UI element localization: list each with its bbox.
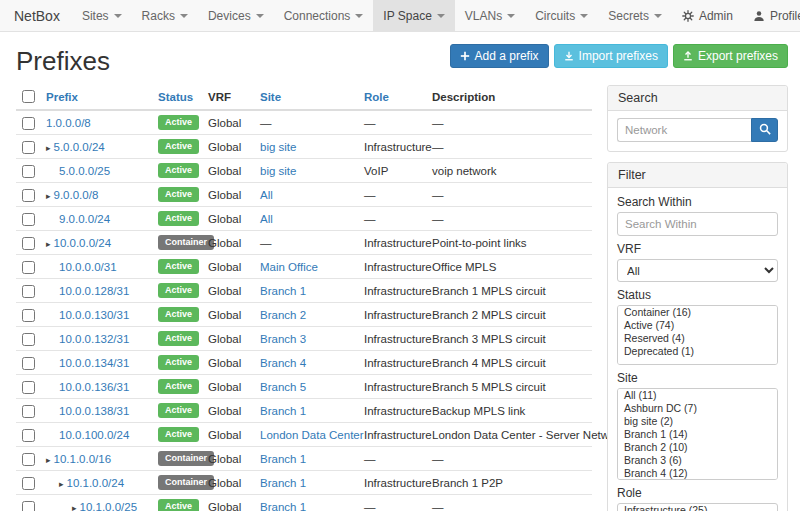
- nav-item-circuits[interactable]: Circuits: [525, 0, 598, 31]
- table-row: ▸10.1.0.0/16ContainerGlobalBranch 1——: [16, 447, 592, 471]
- site-link[interactable]: Branch 1: [260, 477, 306, 489]
- site-listbox[interactable]: All (11)Ashburn DC (7)big site (2)Branch…: [617, 388, 778, 480]
- listbox-option[interactable]: Branch 3 (6): [618, 454, 777, 467]
- table-wrap: Prefix Status VRF Site Role Description …: [16, 85, 592, 511]
- site-link[interactable]: All: [260, 189, 273, 201]
- row-checkbox[interactable]: [22, 237, 35, 250]
- brand-logo[interactable]: NetBox: [8, 0, 72, 31]
- row-checkbox[interactable]: [22, 165, 35, 178]
- row-checkbox[interactable]: [22, 333, 35, 346]
- row-checkbox[interactable]: [22, 213, 35, 226]
- import-prefixes-button[interactable]: Import prefixes: [554, 44, 668, 68]
- listbox-option[interactable]: Ashburn DC (7): [618, 402, 777, 415]
- site-link[interactable]: big site: [260, 141, 296, 153]
- search-button[interactable]: [751, 118, 778, 142]
- nav-item-admin[interactable]: Admin: [672, 0, 743, 31]
- prefix-link[interactable]: 10.0.100.0/24: [59, 429, 129, 441]
- column-header-role[interactable]: Role: [358, 85, 426, 110]
- vrf-select[interactable]: All: [617, 259, 778, 282]
- navbar: NetBox SitesRacksDevicesConnectionsIP Sp…: [0, 0, 800, 32]
- prefix-link[interactable]: 10.1.0.0/16: [54, 453, 112, 465]
- nav-item-ip-space[interactable]: IP Space: [373, 0, 454, 31]
- listbox-option[interactable]: Infrastructure (25): [618, 504, 777, 511]
- listbox-option[interactable]: Branch 1 (14): [618, 428, 777, 441]
- prefix-link[interactable]: 10.0.0.136/31: [59, 381, 129, 393]
- prefix-link[interactable]: 10.0.0.128/31: [59, 285, 129, 297]
- prefix-link[interactable]: 1.0.0.0/8: [46, 117, 91, 129]
- row-checkbox[interactable]: [22, 453, 35, 466]
- listbox-option[interactable]: Reserved (4): [618, 332, 777, 345]
- site-link[interactable]: Branch 5: [260, 381, 306, 393]
- site-link[interactable]: All: [260, 213, 273, 225]
- nav-item-sites[interactable]: Sites: [72, 0, 132, 31]
- status-label: Status: [617, 288, 778, 302]
- site-link[interactable]: Branch 1: [260, 453, 306, 465]
- add-prefix-button[interactable]: Add a prefix: [450, 44, 549, 68]
- row-checkbox[interactable]: [22, 477, 35, 490]
- listbox-option[interactable]: Deprecated (1): [618, 345, 777, 358]
- prefix-link[interactable]: 9.0.0.0/24: [59, 213, 110, 225]
- select-all-checkbox[interactable]: [22, 90, 35, 103]
- row-checkbox[interactable]: [22, 381, 35, 394]
- prefix-link[interactable]: 9.0.0.0/8: [54, 189, 99, 201]
- nav-item-vlans[interactable]: VLANs: [455, 0, 525, 31]
- nav-item-devices[interactable]: Devices: [198, 0, 274, 31]
- description-cell: voip network: [426, 159, 592, 183]
- prefix-link[interactable]: 10.0.0.0/24: [54, 237, 112, 249]
- row-checkbox[interactable]: [22, 285, 35, 298]
- site-link[interactable]: Branch 2: [260, 309, 306, 321]
- site-link[interactable]: London Data Center: [260, 429, 364, 441]
- listbox-option[interactable]: Branch 2 (10): [618, 441, 777, 454]
- role-listbox[interactable]: Infrastructure (25)Management (8)Private…: [617, 503, 778, 511]
- listbox-option[interactable]: Active (74): [618, 319, 777, 332]
- role-cell: Infrastructure: [358, 423, 426, 447]
- site-link[interactable]: big site: [260, 165, 296, 177]
- role-label: Role: [617, 486, 778, 500]
- site-link[interactable]: Main Office: [260, 261, 318, 273]
- export-prefixes-button[interactable]: Export prefixes: [673, 44, 788, 68]
- listbox-option[interactable]: Container (16): [618, 306, 777, 319]
- nav-item-secrets[interactable]: Secrets: [598, 0, 672, 31]
- row-checkbox[interactable]: [22, 429, 35, 442]
- add-prefix-label: Add a prefix: [475, 49, 539, 63]
- site-link[interactable]: Branch 1: [260, 285, 306, 297]
- site-link[interactable]: Branch 1: [260, 405, 306, 417]
- search-within-input[interactable]: [617, 212, 778, 236]
- nav-item-profile[interactable]: Profile: [743, 0, 800, 31]
- row-checkbox[interactable]: [22, 117, 35, 130]
- site-link[interactable]: Branch 4: [260, 357, 306, 369]
- prefix-link[interactable]: 10.0.0.0/31: [59, 261, 117, 273]
- row-checkbox[interactable]: [22, 501, 35, 511]
- site-link[interactable]: Branch 1: [260, 501, 306, 511]
- prefix-link[interactable]: 10.0.0.130/31: [59, 309, 129, 321]
- prefix-link[interactable]: 10.0.0.132/31: [59, 333, 129, 345]
- nav-item-label: Racks: [142, 9, 175, 23]
- listbox-option[interactable]: Branch 4 (12): [618, 467, 777, 480]
- prefix-link[interactable]: 10.0.0.138/31: [59, 405, 129, 417]
- row-checkbox[interactable]: [22, 405, 35, 418]
- prefix-link[interactable]: 10.0.0.134/31: [59, 357, 129, 369]
- row-checkbox[interactable]: [22, 141, 35, 154]
- row-checkbox[interactable]: [22, 309, 35, 322]
- listbox-option[interactable]: big site (2): [618, 415, 777, 428]
- prefix-link[interactable]: 5.0.0.0/25: [59, 165, 110, 177]
- column-header-status[interactable]: Status: [152, 85, 202, 110]
- nav-item-connections[interactable]: Connections: [274, 0, 374, 31]
- prefix-link[interactable]: 10.1.0.0/25: [80, 501, 138, 511]
- search-input[interactable]: [617, 118, 751, 142]
- row-checkbox[interactable]: [22, 357, 35, 370]
- prefix-link[interactable]: 5.0.0.0/24: [54, 141, 105, 153]
- site-link[interactable]: Branch 3: [260, 333, 306, 345]
- row-checkbox[interactable]: [22, 261, 35, 274]
- description-cell: Branch 1 P2P: [426, 471, 592, 495]
- column-header-prefix[interactable]: Prefix: [40, 85, 152, 110]
- column-header-site[interactable]: Site: [254, 85, 358, 110]
- status-listbox[interactable]: Container (16)Active (74)Reserved (4)Dep…: [617, 305, 778, 365]
- prefix-table: Prefix Status VRF Site Role Description …: [16, 85, 592, 511]
- nav-item-racks[interactable]: Racks: [132, 0, 198, 31]
- listbox-option[interactable]: All (11): [618, 389, 777, 402]
- prefix-link[interactable]: 10.1.0.0/24: [67, 477, 125, 489]
- row-checkbox[interactable]: [22, 189, 35, 202]
- vrf-cell: Global: [202, 351, 254, 375]
- site-cell: London Data Center: [254, 423, 358, 447]
